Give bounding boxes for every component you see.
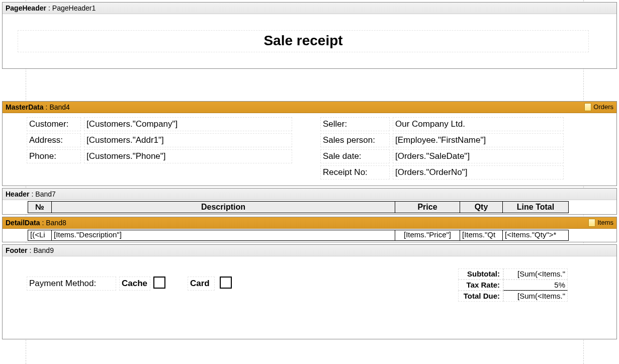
checkbox-cache[interactable] [153,277,165,289]
memo-seller-label[interactable]: Seller: [320,117,390,131]
memo-salesperson-value[interactable]: [Employee."FirstName"] [393,133,564,147]
band-gap [2,71,617,101]
memo-cache-label[interactable]: Cache [119,277,150,291]
memo-totaldue-label[interactable]: Total Due: [458,291,503,302]
memo-report-title[interactable]: Sale receipt [18,30,589,52]
memo-totaldue-value[interactable]: [Sum(<Items." [503,291,568,302]
band-name-label: PageHeader1 [52,3,96,14]
col-header-description[interactable]: Description [51,201,395,213]
band-header-detaildata[interactable]: DetailData: Band8 Items [3,217,616,229]
detail-row[interactable]: [(<Li [Items."Description"] [Items."Pric… [28,230,569,241]
memo-phone-label[interactable]: Phone: [27,149,81,163]
memo-seller-value[interactable]: Our Company Ltd. [393,117,564,131]
col-header-no[interactable]: № [28,201,52,213]
band-header-masterdata[interactable]: MasterData: Band4 Orders [3,102,616,113]
band-header-pageheader[interactable]: PageHeader: PageHeader1 [3,3,616,14]
memo-taxrate-value[interactable]: 5% [503,280,568,291]
memo-subtotal-label[interactable]: Subtotal: [458,268,503,280]
col-header-price[interactable]: Price [395,201,460,213]
band-type-label: PageHeader [6,3,46,14]
memo-receiptno-value[interactable]: [Orders."OrderNo"] [393,165,564,179]
subtotal-box: Subtotal: [Sum(<Items." Tax Rate: 5% Tot… [458,268,568,302]
band-name-label: Band9 [33,245,53,256]
report-designer-page[interactable]: PageHeader: PageHeader1 Sale receipt Mas… [0,0,619,364]
memo-subtotal-value[interactable]: [Sum(<Items." [503,268,568,280]
band-header-footer[interactable]: Footer: Band9 [3,245,616,256]
dataset-icon [588,219,595,227]
band-name-label: Band4 [49,102,69,113]
memo-phone-value[interactable]: [Customers."Phone"] [84,149,292,163]
band-body-footer[interactable]: Payment Method: Cache Card Subtotal: [Su… [3,256,616,339]
band-dataset-link[interactable]: Items [588,217,613,228]
col-header-qty[interactable]: Qty [460,201,503,213]
col-header-linetotal[interactable]: Line Total [502,201,569,213]
cell-description[interactable]: [Items."Description"] [51,230,395,241]
band-type-label: Footer [6,245,28,256]
memo-receiptno-label[interactable]: Receipt No: [320,165,390,179]
dataset-icon [584,103,591,111]
band-body-pageheader[interactable]: Sale receipt [3,14,616,68]
band-body-header[interactable]: № Description Price Qty Line Total [3,200,616,214]
band-dataset-name: Items [597,217,613,228]
band-type-label: MasterData [6,102,43,113]
band-type-label: Header [6,189,29,200]
band-header-header[interactable]: Header: Band7 [3,189,616,200]
band-name-label: Band7 [35,189,55,200]
memo-address-value[interactable]: [Customers."Addr1"] [84,133,292,147]
checkbox-card[interactable] [220,277,232,289]
band-masterdata[interactable]: MasterData: Band4 Orders Customer: [Cust… [2,101,617,186]
band-type-label: DetailData [6,217,40,228]
cell-price[interactable]: [Items."Price"] [395,230,460,241]
band-dataset-link[interactable]: Orders [584,102,613,113]
memo-salesperson-label[interactable]: Sales person: [320,133,390,147]
band-pageheader[interactable]: PageHeader: PageHeader1 Sale receipt [2,2,617,69]
table-header-row[interactable]: № Description Price Qty Line Total [28,201,569,213]
cell-no[interactable]: [(<Li [28,230,52,241]
band-name-label: Band8 [46,217,66,228]
memo-card-label[interactable]: Card [188,277,215,291]
band-dataset-name: Orders [593,102,613,113]
memo-saledate-label[interactable]: Sale date: [320,149,390,163]
memo-customer-label[interactable]: Customer: [27,117,81,131]
memo-address-label[interactable]: Address: [27,133,81,147]
band-header[interactable]: Header: Band7 № Description Price Qty Li… [2,188,617,215]
band-detaildata[interactable]: DetailData: Band8 Items [(<Li [Items."De… [2,217,617,242]
band-body-masterdata[interactable]: Customer: [Customers."Company"] Address:… [3,113,616,186]
memo-customer-value[interactable]: [Customers."Company"] [84,117,292,131]
band-footer[interactable]: Footer: Band9 Payment Method: Cache Card… [2,244,617,339]
memo-payment-method-label[interactable]: Payment Method: [27,277,116,291]
cell-qty[interactable]: [Items."Qt [460,230,503,241]
memo-saledate-value[interactable]: [Orders."SaleDate"] [393,149,564,163]
band-body-detaildata[interactable]: [(<Li [Items."Description"] [Items."Pric… [3,229,616,242]
memo-taxrate-label[interactable]: Tax Rate: [458,280,503,291]
cell-linetotal[interactable]: [<Items."Qty">* [502,230,569,241]
